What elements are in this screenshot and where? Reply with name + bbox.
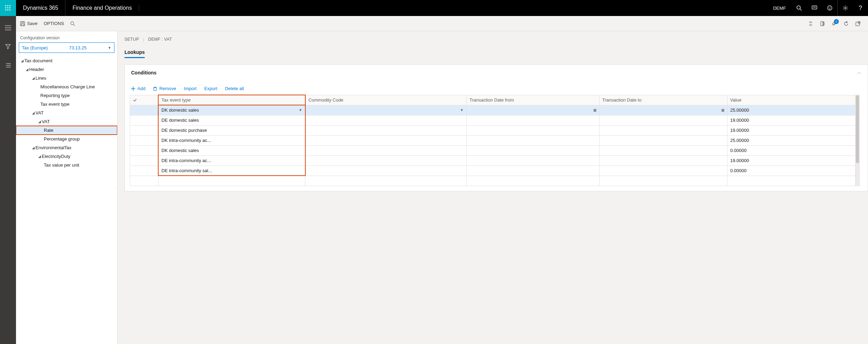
module-link[interactable]: Finance and Operations [65, 5, 139, 11]
cell-tax-event[interactable]: DK intra-community ac... [158, 135, 305, 145]
cell-date-to[interactable]: ▦ [599, 105, 727, 115]
cell-date-to[interactable] [599, 115, 727, 125]
search-button[interactable] [791, 0, 807, 16]
cell-tax-event[interactable]: DE intra-community sal... [158, 166, 305, 176]
col-value[interactable]: Value [727, 95, 855, 105]
cell-commodity-code[interactable] [305, 155, 467, 166]
cell-date-to[interactable] [599, 166, 727, 176]
resize-handle[interactable]: ⋮ [115, 186, 118, 190]
col-tax-event-type[interactable]: Tax event type [158, 95, 305, 105]
tree-node-tax-value-per-unit[interactable]: Tax value per unit [16, 161, 117, 169]
table-row[interactable]: DK domestic sales▼ ▼ ▦ [130, 105, 855, 115]
table-row[interactable]: DE intra-community ac... 19.00000 [130, 155, 855, 166]
cell-value[interactable]: 0.00000 [727, 145, 855, 155]
col-tx-date-to[interactable]: Transaction Date to [599, 95, 727, 105]
settings-button[interactable] [837, 0, 853, 16]
row-checkbox[interactable] [130, 166, 159, 176]
office-addin-button[interactable] [820, 21, 825, 26]
tree-node-misc-charge-line[interactable]: Miscellaneous Charge Line [16, 82, 117, 91]
conditions-header[interactable]: Conditions ︿ [125, 65, 868, 80]
breadcrumb-setup[interactable]: SETUP [124, 37, 139, 42]
tree-node-percentage-group[interactable]: Percentage group [16, 135, 117, 143]
row-checkbox[interactable] [130, 135, 159, 145]
table-row[interactable]: DE intra-community sal... 0.00000 [130, 166, 855, 176]
cell-value[interactable]: 19.00000 [727, 115, 855, 125]
feedback-button[interactable] [822, 0, 837, 16]
filter-rail-button[interactable] [4, 42, 12, 51]
help-button[interactable]: ? [853, 0, 868, 16]
scrollbar-thumb[interactable] [856, 95, 859, 163]
cell-value[interactable]: 25.00000 [727, 135, 855, 145]
cell-tax-event[interactable]: DE domestic sales [158, 115, 305, 125]
export-button[interactable]: Export [204, 86, 217, 91]
import-button[interactable]: Import [184, 86, 197, 91]
cell-value[interactable]: 25.00000 [727, 105, 855, 115]
app-launcher-button[interactable] [0, 0, 16, 16]
refresh-button[interactable] [844, 21, 849, 26]
tree-node-rate[interactable]: Rate [16, 126, 117, 135]
cell-date-to[interactable] [599, 135, 727, 145]
cell-tax-event[interactable]: DK domestic sales [158, 145, 305, 155]
tree-node-electricity-duty[interactable]: ◢ElectricityDuty [16, 152, 117, 161]
action-search-button[interactable] [70, 21, 75, 26]
cell-tax-event[interactable]: DE intra-community ac... [158, 155, 305, 166]
list-rail-button[interactable] [4, 61, 12, 70]
cell-date-from[interactable] [466, 166, 599, 176]
personalize-button[interactable] [808, 21, 813, 26]
brand-link[interactable]: Dynamics 365 [16, 5, 65, 11]
cell-tax-event[interactable]: DE domestic purchase [158, 125, 305, 135]
add-button[interactable]: Add [131, 86, 145, 91]
col-commodity-code[interactable]: Commodity Code [305, 95, 467, 105]
cell-date-to[interactable] [599, 125, 727, 135]
tree-node-environmental-tax[interactable]: ◢EnvironmentalTax [16, 143, 117, 152]
row-checkbox[interactable] [130, 125, 159, 135]
row-checkbox[interactable] [130, 105, 159, 115]
config-version-dropdown[interactable]: Tax (Europe) 73.13.25 ▼ [19, 42, 114, 53]
col-tx-date-from[interactable]: Transaction Date from [466, 95, 599, 105]
select-all-checkbox[interactable] [130, 95, 159, 105]
cell-value[interactable]: 19.00000 [727, 155, 855, 166]
cell-commodity-code-lookup[interactable]: ▼ [305, 105, 467, 115]
tab-lookups[interactable]: Lookups [124, 49, 145, 58]
cell-date-to[interactable] [599, 155, 727, 166]
table-row[interactable]: DE domestic purchase 19.00000 [130, 125, 855, 135]
row-checkbox[interactable] [130, 145, 159, 155]
save-button[interactable]: Save [20, 21, 38, 26]
cell-commodity-code[interactable] [305, 145, 467, 155]
row-checkbox[interactable] [130, 155, 159, 166]
table-row[interactable]: DK intra-community ac... 25.00000 [130, 135, 855, 145]
table-row[interactable]: DE domestic sales 19.00000 [130, 115, 855, 125]
cell-commodity-code[interactable] [305, 135, 467, 145]
cell-date-from[interactable] [466, 125, 599, 135]
tree-node-vat[interactable]: ◢VAT [16, 109, 117, 117]
cell-date-from[interactable] [466, 115, 599, 125]
row-checkbox[interactable] [130, 115, 159, 125]
cell-date-from[interactable]: ▦ [466, 105, 599, 115]
cell-commodity-code[interactable] [305, 125, 467, 135]
cell-value[interactable]: 19.00000 [727, 125, 855, 135]
attachments-button[interactable]: 0 [832, 21, 837, 26]
tree-node-tax-document[interactable]: ◢Tax document [16, 56, 117, 65]
cell-value[interactable]: 0.00000 [727, 166, 855, 176]
tree-node-reporting-type[interactable]: Reporting type [16, 91, 117, 100]
cell-date-to[interactable] [599, 145, 727, 155]
remove-button[interactable]: Remove [153, 86, 176, 91]
vertical-scrollbar[interactable] [855, 95, 860, 186]
table-row[interactable]: DK domestic sales 0.00000 [130, 145, 855, 155]
options-button[interactable]: OPTIONS [44, 21, 64, 26]
messages-button[interactable] [807, 0, 822, 16]
tree-node-header[interactable]: ◢Header [16, 65, 117, 74]
cell-commodity-code[interactable] [305, 115, 467, 125]
cell-date-from[interactable] [466, 135, 599, 145]
company-picker[interactable]: DEMF [767, 6, 791, 11]
delete-all-button[interactable]: Delete all [225, 86, 244, 91]
tree-node-tax-event-type[interactable]: Tax event type [16, 100, 117, 109]
cell-tax-event-dropdown[interactable]: DK domestic sales▼ [158, 105, 305, 115]
cell-date-from[interactable] [466, 155, 599, 166]
tree-node-lines[interactable]: ◢Lines [16, 74, 117, 82]
tree-node-vat-sub[interactable]: ◢VAT [16, 117, 117, 126]
popout-button[interactable] [855, 21, 860, 26]
cell-commodity-code[interactable] [305, 166, 467, 176]
hamburger-button[interactable] [4, 24, 12, 32]
cell-date-from[interactable] [466, 145, 599, 155]
